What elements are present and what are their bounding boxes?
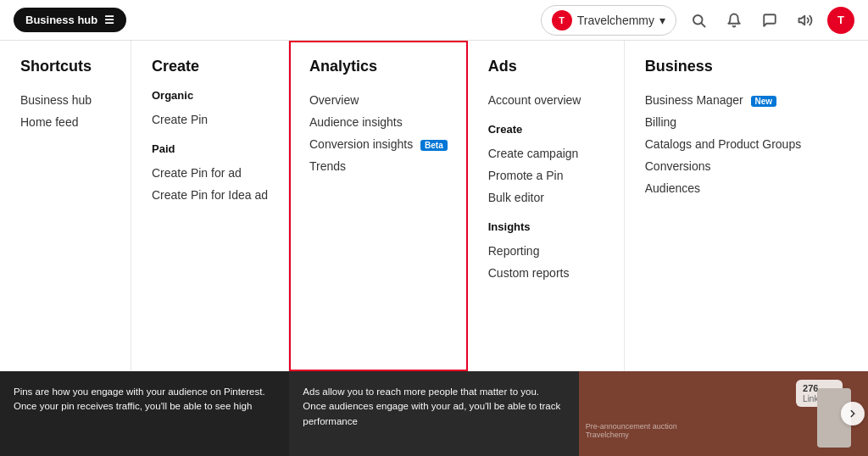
- chevron-down-icon: ▾: [659, 14, 665, 27]
- analytics-trends-link[interactable]: Trends: [309, 155, 448, 177]
- create-pin-for-ad-link[interactable]: Create Pin for ad: [152, 162, 268, 184]
- create-pin-for-idea-ad-link[interactable]: Create Pin for Idea ad: [152, 184, 268, 206]
- business-manager-link[interactable]: Business Manager New: [645, 89, 842, 111]
- ads-create-campaign-link[interactable]: Create campaign: [488, 142, 604, 164]
- audiences-link[interactable]: Audiences: [645, 177, 842, 199]
- ads-bulk-editor-link[interactable]: Bulk editor: [488, 186, 604, 209]
- ads-promote-pin-link[interactable]: Promote a Pin: [488, 164, 604, 186]
- ads-account-overview-link[interactable]: Account overview: [488, 89, 604, 111]
- carousel-next-icon[interactable]: [841, 402, 865, 425]
- business-title: Business: [645, 58, 842, 75]
- user-profile-icon[interactable]: T: [827, 7, 854, 34]
- organic-label: Organic: [152, 89, 268, 102]
- create-column: Create Organic Create Pin Paid Create Pi…: [131, 41, 289, 371]
- new-badge: New: [751, 96, 777, 107]
- megaphone-icon[interactable]: [792, 7, 819, 34]
- shortcuts-column: Shortcuts Business hub Home feed: [0, 41, 131, 371]
- business-hub-label: Business hub: [25, 14, 97, 26]
- avatar: T: [552, 10, 572, 31]
- user-selector[interactable]: T Travelchemmy ▾: [541, 5, 676, 36]
- analytics-overview-link[interactable]: Overview: [309, 89, 448, 111]
- bottom-card-ads-text: Ads allow you to reach more people that …: [303, 385, 565, 429]
- bottom-card-visual: 276Link cli... Pre-announcement auctionT…: [579, 371, 868, 456]
- svg-line-1: [701, 23, 704, 26]
- ads-insights-label: Insights: [488, 220, 604, 233]
- ads-column: Ads Account overview Create Create campa…: [468, 41, 625, 371]
- top-nav: Business hub ☰ T Travelchemmy ▾: [0, 0, 868, 41]
- analytics-title: Analytics: [309, 58, 448, 75]
- nav-right: T Travelchemmy ▾: [541, 5, 854, 36]
- analytics-conversion-insights-link[interactable]: Conversion insights Beta: [309, 133, 448, 155]
- svg-marker-2: [799, 15, 805, 25]
- shortcuts-home-feed[interactable]: Home feed: [20, 111, 110, 133]
- create-pin-link[interactable]: Create Pin: [152, 108, 268, 131]
- bottom-cards: Pins are how you engage with your audien…: [0, 371, 868, 456]
- hamburger-icon: ☰: [104, 14, 114, 26]
- shortcuts-business-hub[interactable]: Business hub: [20, 89, 110, 111]
- username-label: Travelchemmy: [577, 14, 654, 27]
- business-column: Business Business Manager New Billing Ca…: [625, 41, 862, 371]
- bottom-card-pins-text: Pins are how you engage with your audien…: [14, 385, 275, 414]
- beta-badge: Beta: [420, 140, 448, 151]
- paid-label: Paid: [152, 142, 268, 155]
- billing-link[interactable]: Billing: [645, 111, 842, 133]
- bottom-card-pins: Pins are how you engage with your audien…: [0, 371, 289, 456]
- ads-create-label: Create: [488, 123, 604, 136]
- menu-row: Shortcuts Business hub Home feed Create …: [0, 41, 868, 371]
- shortcuts-title: Shortcuts: [20, 58, 110, 75]
- catalogs-product-groups-link[interactable]: Catalogs and Product Groups: [645, 133, 842, 155]
- mega-menu-layout: Shortcuts Business hub Home feed Create …: [0, 41, 868, 456]
- conversions-link[interactable]: Conversions: [645, 155, 842, 177]
- ads-title: Ads: [488, 58, 604, 75]
- chat-icon[interactable]: [756, 7, 783, 34]
- business-hub-button[interactable]: Business hub ☰: [14, 8, 126, 32]
- bell-icon[interactable]: [721, 7, 748, 34]
- create-title: Create: [152, 58, 268, 75]
- analytics-column: Analytics Overview Audience insights Con…: [289, 41, 468, 371]
- ads-reporting-link[interactable]: Reporting: [488, 240, 604, 262]
- bottom-card-ads: Ads allow you to reach more people that …: [289, 371, 578, 456]
- search-icon[interactable]: [685, 7, 712, 34]
- analytics-audience-insights-link[interactable]: Audience insights: [309, 111, 448, 133]
- ads-custom-reports-link[interactable]: Custom reports: [488, 262, 604, 284]
